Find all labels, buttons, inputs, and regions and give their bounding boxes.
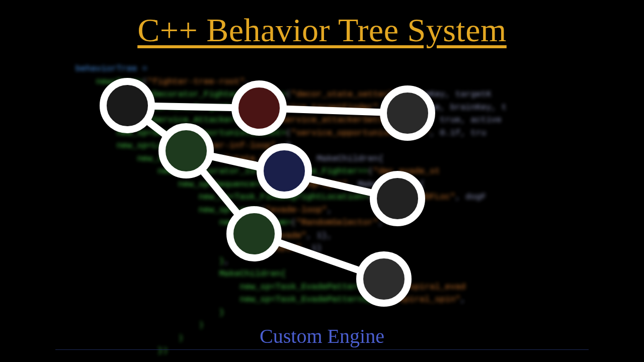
subtitle-rule	[55, 349, 589, 350]
page-title: C++ Behavior Tree System	[0, 11, 644, 49]
page-subtitle: Custom Engine	[0, 324, 644, 348]
code-backdrop: behaviorTree = new<Tree>("fighter-tree-r…	[75, 62, 574, 357]
